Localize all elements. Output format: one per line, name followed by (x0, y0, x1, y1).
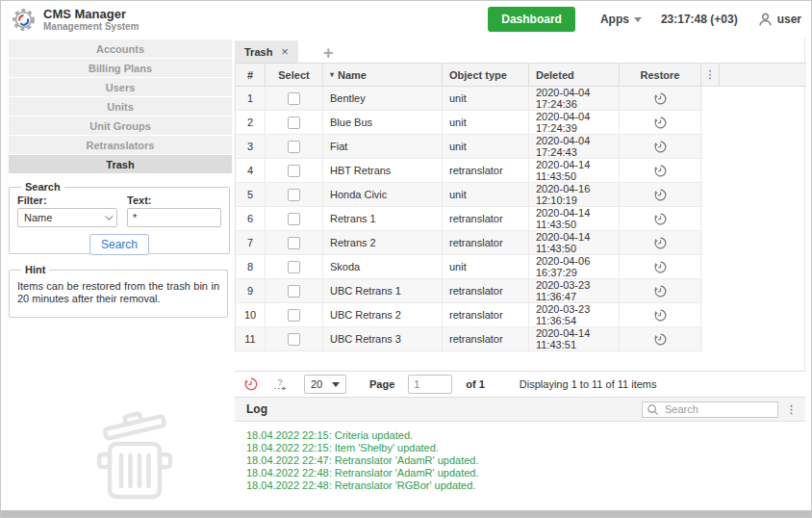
page-count: of 1 (466, 378, 485, 390)
restore-button[interactable] (653, 140, 668, 154)
log-entry: 18.04.2022 22:15: Item 'Shelby' updated. (246, 442, 805, 454)
row-object-type: retranslator (443, 159, 529, 182)
restore-button[interactable] (653, 188, 668, 202)
filter-label: Filter: (17, 194, 117, 206)
column-header-name[interactable]: ▾ Name (323, 64, 443, 86)
user-menu[interactable]: user (757, 12, 801, 28)
column-header-restore[interactable]: Restore (620, 64, 701, 86)
search-panel-legend: Search (21, 181, 64, 193)
trash-table: # Select ▾ Name Object type Deleted Rest… (235, 63, 804, 351)
row-object-type: retranslator (443, 231, 529, 254)
footer-strip (1, 510, 811, 517)
row-checkbox[interactable] (288, 117, 300, 129)
sidebar-item[interactable]: Units (9, 97, 232, 116)
restore-history-icon (653, 164, 668, 178)
restore-button[interactable] (653, 116, 668, 130)
row-name: Retrans 2 (323, 231, 443, 254)
sidebar-item[interactable]: Users (9, 78, 232, 96)
sidebar: Accounts Billing Plans Users Units Unit … (1, 38, 235, 510)
page-size-select[interactable]: 20 (304, 375, 346, 394)
row-deleted-time: 2020-03-23 11:36:54 (529, 303, 620, 326)
row-object-type: retranslator (443, 327, 529, 350)
row-checkbox[interactable] (288, 333, 300, 346)
restore-button[interactable] (653, 236, 668, 250)
row-object-type: unit (443, 183, 529, 206)
sidebar-item[interactable]: Retranslators (9, 136, 232, 154)
table-row: 1 Bentley unit 2020-04-04 17:24:36 (236, 87, 702, 111)
restore-history-icon (653, 116, 668, 130)
row-name: UBC Retrans 2 (323, 303, 443, 326)
row-deleted-time: 2020-03-23 11:36:47 (529, 279, 620, 302)
row-checkbox[interactable] (288, 92, 300, 105)
row-name: Honda Civic (323, 183, 443, 206)
username: user (777, 13, 801, 26)
filter-select[interactable]: Name (17, 208, 117, 227)
restore-button[interactable] (653, 332, 668, 347)
row-name: Fiat (323, 135, 443, 158)
add-tab-icon[interactable]: + (323, 43, 334, 63)
row-checkbox[interactable] (288, 165, 300, 177)
sidebar-item[interactable]: Trash (9, 155, 232, 173)
page-label: Page (369, 378, 394, 390)
row-select-cell (266, 303, 323, 326)
row-checkbox[interactable] (288, 189, 300, 201)
restore-button[interactable] (653, 212, 668, 226)
row-checkbox[interactable] (288, 237, 300, 249)
restore-button[interactable] (653, 284, 668, 298)
row-name: UBC Retrans 1 (323, 279, 443, 302)
page-number-input[interactable] (408, 375, 452, 394)
table-header-row: # Select ▾ Name Object type Deleted Rest… (236, 63, 806, 87)
table-menu-button[interactable]: ⋮ (701, 64, 720, 86)
vertical-ellipsis-icon: ⋮ (705, 68, 716, 81)
tab-trash[interactable]: Trash × (235, 40, 298, 63)
row-checkbox[interactable] (288, 309, 300, 322)
column-header-deleted[interactable]: Deleted (529, 64, 620, 86)
row-checkbox[interactable] (288, 261, 300, 273)
dropdown-arrow-icon (332, 382, 340, 387)
restore-history-icon (653, 140, 668, 154)
restore-button[interactable] (653, 164, 668, 178)
restore-button[interactable] (653, 260, 668, 274)
row-select-cell (266, 327, 323, 350)
log-search-box[interactable] (642, 401, 778, 418)
table-body: 1 Bentley unit 2020-04-04 17:24:36 (236, 87, 804, 351)
row-number: 7 (236, 231, 266, 254)
restore-selected-button[interactable] (243, 376, 259, 392)
hint-panel-legend: Hint (21, 264, 49, 275)
row-number: 4 (236, 159, 266, 182)
row-deleted-time: 2020-04-06 16:37:29 (529, 255, 620, 278)
sidebar-item[interactable]: Unit Groups (9, 117, 232, 135)
sidebar-item[interactable]: Accounts (9, 39, 232, 58)
log-search-input[interactable] (663, 402, 769, 416)
sidebar-item[interactable]: Billing Plans (9, 59, 232, 77)
restore-button[interactable] (653, 91, 668, 106)
row-select-cell (266, 207, 323, 230)
close-tab-icon[interactable]: × (281, 44, 289, 59)
search-button[interactable]: Search (89, 234, 149, 255)
row-checkbox[interactable] (288, 213, 300, 225)
restore-button[interactable] (653, 308, 668, 323)
row-checkbox[interactable] (288, 141, 300, 153)
trash-watermark-icon (82, 408, 188, 505)
log-entries: 18.04.2022 22:15: Criteria updated. 18.0… (235, 422, 805, 510)
column-header-object-type[interactable]: Object type (443, 64, 529, 86)
row-select-cell (266, 183, 323, 206)
row-name: HBT Retrans (323, 159, 443, 182)
log-menu-button[interactable]: ⋮ (786, 403, 797, 416)
apps-menu[interactable]: Apps (600, 13, 642, 26)
log-header: Log ⋮ (235, 398, 805, 422)
sort-desc-icon: ▾ (330, 70, 334, 79)
row-name: Skoda (323, 255, 443, 278)
row-checkbox[interactable] (288, 285, 300, 298)
restore-history-icon (653, 236, 668, 250)
log-entry: 18.04.2022 22:48: Retranslator 'AdamR' u… (246, 467, 805, 479)
row-number: 10 (236, 303, 266, 326)
row-number: 9 (236, 279, 266, 302)
dashboard-button[interactable]: Dashboard (488, 7, 575, 32)
search-text-input[interactable] (127, 208, 221, 227)
jump-to-item-button[interactable]: ? (272, 376, 289, 392)
column-header-num[interactable]: # (236, 64, 266, 86)
table-row: 10 UBC Retrans 2 retranslator 2020-03-23… (236, 303, 702, 327)
log-title: Log (246, 402, 267, 416)
column-header-select[interactable]: Select (266, 64, 323, 86)
